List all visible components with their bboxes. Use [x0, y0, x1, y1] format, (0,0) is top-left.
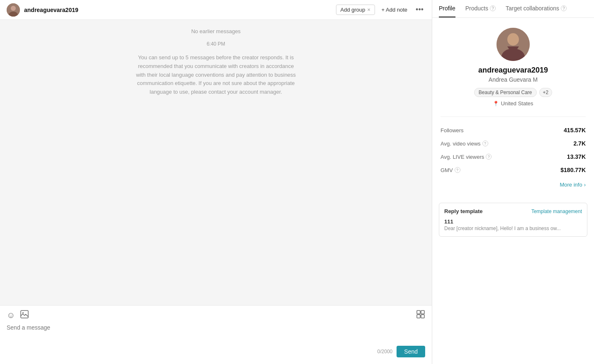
- tab-profile[interactable]: Profile: [439, 0, 455, 17]
- message-timestamp: 6:40 PM: [207, 41, 225, 47]
- stat-row-video-views: Avg. video views ? 2.7K: [441, 137, 586, 150]
- chat-input-toolbar: ☺: [7, 310, 425, 321]
- profile-divider: [441, 116, 586, 117]
- header-username: andreaguevara2019: [24, 7, 332, 13]
- profile-fullname: Andrea Guevara M: [489, 76, 538, 83]
- chat-header: andreaguevara2019 Add group ✕ + Add note…: [0, 0, 432, 20]
- video-views-label: Avg. video views ?: [441, 141, 488, 147]
- tab-products[interactable]: Products ?: [465, 0, 496, 17]
- svg-rect-6: [421, 311, 424, 314]
- template-name: 111: [444, 218, 582, 225]
- svg-point-10: [507, 33, 519, 46]
- location-text: United States: [501, 100, 533, 107]
- emoji-button[interactable]: ☺: [7, 310, 15, 321]
- category-tag: Beauty & Personal Care: [474, 88, 537, 97]
- chat-messages: No earlier messages 6:40 PM You can send…: [0, 20, 432, 305]
- live-viewers-help-icon[interactable]: ?: [486, 154, 492, 160]
- followers-value: 415.57K: [564, 127, 586, 133]
- reply-template-header: Reply template Template management: [444, 208, 582, 214]
- more-info-label: More info: [560, 182, 582, 188]
- profile-content: andreaguevara2019 Andrea Guevara M Beaut…: [432, 18, 594, 196]
- svg-rect-8: [421, 315, 424, 318]
- add-group-button[interactable]: Add group ✕: [336, 5, 375, 15]
- profile-avatar: [497, 28, 530, 61]
- template-item[interactable]: 111 Dear [creator nickname], Hello! I am…: [444, 218, 582, 231]
- profile-panel: Profile Products ? Target collaborations…: [432, 0, 594, 364]
- gmv-help-icon[interactable]: ?: [455, 167, 460, 173]
- live-viewers-value: 13.37K: [567, 153, 586, 160]
- chat-panel: andreaguevara2019 Add group ✕ + Add note…: [0, 0, 432, 364]
- svg-point-4: [22, 312, 24, 313]
- image-button[interactable]: [20, 310, 29, 321]
- add-note-button[interactable]: + Add note: [379, 5, 410, 15]
- info-message: You can send up to 5 messages before the…: [133, 53, 299, 97]
- reply-template-title: Reply template: [444, 208, 482, 214]
- tab-profile-label: Profile: [439, 5, 455, 12]
- profile-tags: Beauty & Personal Care +2: [474, 88, 552, 97]
- grid-button[interactable]: [416, 310, 425, 321]
- more-info-link[interactable]: More info ›: [441, 182, 586, 188]
- location-pin-icon: 📍: [493, 101, 499, 107]
- tab-products-label: Products: [465, 5, 488, 12]
- reply-template-box: Reply template Template management 111 D…: [439, 203, 587, 237]
- header-avatar: [7, 3, 20, 17]
- svg-point-1: [11, 6, 16, 11]
- profile-stats: Followers 415.57K Avg. video views ? 2.7…: [441, 124, 586, 177]
- template-management-link[interactable]: Template management: [531, 209, 582, 214]
- svg-rect-3: [21, 311, 28, 318]
- chat-input-footer: 0/2000 Send: [7, 346, 425, 357]
- send-button[interactable]: Send: [397, 346, 425, 357]
- stat-row-gmv: GMV ? $180.77K: [441, 163, 586, 177]
- target-help-icon[interactable]: ?: [561, 5, 567, 11]
- tab-target-label: Target collaborations: [506, 5, 559, 12]
- template-preview: Dear [creator nickname], Hello! I am a b…: [444, 226, 582, 231]
- profile-location: 📍 United States: [493, 100, 533, 107]
- live-viewers-label: Avg. LIVE viewers ?: [441, 154, 492, 160]
- more-options-button[interactable]: •••: [414, 4, 425, 16]
- profile-tabs: Profile Products ? Target collaborations…: [432, 0, 594, 18]
- char-count: 0/2000: [377, 349, 393, 354]
- chat-input-icons: ☺: [7, 310, 29, 321]
- tab-target-collaborations[interactable]: Target collaborations ?: [506, 0, 567, 17]
- svg-rect-5: [417, 311, 420, 314]
- gmv-value: $180.77K: [560, 167, 586, 173]
- video-views-help-icon[interactable]: ?: [482, 141, 488, 146]
- chevron-right-icon: ›: [584, 182, 586, 188]
- profile-username: andreaguevara2019: [478, 66, 548, 75]
- stat-row-live-viewers: Avg. LIVE viewers ? 13.37K: [441, 150, 586, 163]
- close-icon: ✕: [367, 7, 370, 12]
- add-group-label: Add group: [341, 7, 365, 13]
- more-tags: +2: [539, 88, 553, 97]
- products-help-icon[interactable]: ?: [490, 5, 496, 11]
- gmv-label: GMV ?: [441, 167, 460, 173]
- no-earlier-messages: No earlier messages: [191, 28, 241, 34]
- chat-input-area: ☺ 0/2000 Se: [0, 305, 432, 364]
- stat-row-followers: Followers 415.57K: [441, 124, 586, 137]
- svg-rect-7: [417, 315, 420, 318]
- video-views-value: 2.7K: [573, 140, 586, 147]
- followers-label: Followers: [441, 127, 464, 133]
- message-input[interactable]: [7, 324, 425, 341]
